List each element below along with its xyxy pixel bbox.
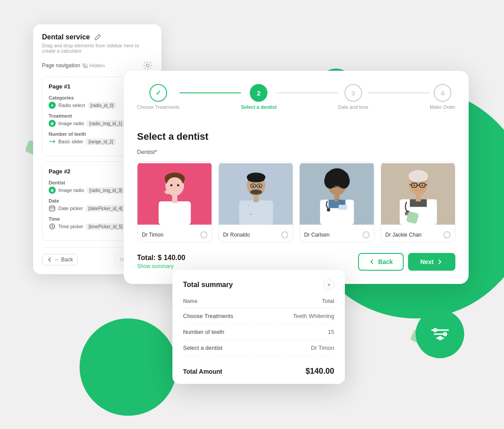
nav-row: Page navigation Hidden <box>42 61 153 70</box>
bg-blob-bottom-left <box>80 318 177 416</box>
slider-icon <box>49 138 56 145</box>
edit-icon[interactable] <box>94 33 102 41</box>
step-2: 2 Select a dentist <box>241 84 277 110</box>
col-name-header: Name <box>183 298 266 308</box>
svg-point-25 <box>250 189 262 194</box>
step-1-label: Choose Treatments <box>137 104 179 110</box>
panel-back-button[interactable]: ← Back <box>42 254 78 265</box>
panel-header: Dental service <box>42 33 153 41</box>
popup-title: Total summary <box>183 281 233 289</box>
row-treatments-name: Choose Treatments <box>183 308 266 324</box>
summary-table: Name Total Choose Treatments Teeth White… <box>183 298 334 356</box>
summary-total-row: Total Amount $140.00 <box>183 362 334 376</box>
dentist-card-ronaldo[interactable]: Dr Ronaldo <box>218 161 294 242</box>
step-1: ✓ Choose Treatments <box>137 84 179 110</box>
dentist-card-carlsen[interactable]: Dr Carlsen <box>299 161 374 242</box>
row-teeth-name: Number of teeth <box>183 324 266 340</box>
filter-icon-circle <box>416 310 464 358</box>
summary-total-label: Total Amount <box>183 368 222 375</box>
row-teeth-value: 15 <box>266 324 334 340</box>
timon-footer: Dr Timon <box>137 228 212 242</box>
summary-popup: Total summary × Name Total Choose Treatm… <box>172 270 345 384</box>
svg-point-41 <box>325 173 336 188</box>
ronaldo-name: Dr Ronaldo <box>223 232 250 238</box>
ronaldo-photo <box>219 162 293 226</box>
next-button[interactable]: Next <box>408 253 455 271</box>
panel-title: Dental service <box>42 33 90 41</box>
arrow-right-icon <box>437 259 443 265</box>
svg-point-56 <box>409 175 427 182</box>
svg-rect-15 <box>172 195 177 203</box>
total-text: Total: $ 140.00 <box>137 254 185 262</box>
panel-subtitle: Drag and drop elements from sidebar here… <box>42 43 153 54</box>
ronaldo-radio[interactable] <box>281 231 288 238</box>
jackie-footer: Dr Jackie Chan <box>381 228 455 242</box>
step-2-label: Select a dentist <box>241 104 277 110</box>
dentist-grid: Dr Timon <box>137 161 455 242</box>
gear-icon[interactable] <box>143 61 153 70</box>
arrow-left-icon <box>47 257 52 262</box>
action-buttons: Back Next <box>358 253 455 271</box>
step-4: 4 Make Order <box>430 84 455 110</box>
connector-3-4 <box>368 92 430 93</box>
step-4-label: Make Order <box>430 104 455 110</box>
row-treatments-value: Teeth Whitening <box>266 308 334 324</box>
timon-photo <box>137 162 212 226</box>
summary-total-value: $140.00 <box>305 367 334 376</box>
image-radio-icon: ◉ <box>49 120 56 127</box>
svg-rect-14 <box>159 201 191 225</box>
show-summary-link[interactable]: Show summary <box>137 263 174 269</box>
step-2-circle: 2 <box>250 84 267 102</box>
ronaldo-footer: Dr Ronaldo <box>219 228 293 242</box>
summary-row-treatments: Choose Treatments Teeth Whitening <box>183 308 334 324</box>
jackie-radio[interactable] <box>443 231 451 238</box>
svg-point-6 <box>146 64 149 67</box>
dentist-icon: ◉ <box>49 187 56 194</box>
summary-row-dentist: Select a dentist Dr Timon <box>183 340 334 356</box>
step-1-circle: ✓ <box>149 84 167 102</box>
row-dentist-value: Dr Timon <box>266 340 334 356</box>
col-total-header: Total <box>266 298 334 308</box>
popup-header: Total summary × <box>183 280 334 290</box>
total-area: Total: $ 140.00 Show summary <box>137 254 185 270</box>
steps-bar: ✓ Choose Treatments 2 Select a dentist 3… <box>137 84 455 119</box>
bottom-bar: Total: $ 140.00 Show summary Back Next <box>137 253 455 271</box>
main-calculator-panel: ✓ Choose Treatments 2 Select a dentist 3… <box>124 71 469 284</box>
svg-point-62 <box>413 184 415 186</box>
svg-point-42 <box>338 173 350 188</box>
svg-rect-48 <box>339 205 347 210</box>
summary-row-teeth: Number of teeth 15 <box>183 324 334 340</box>
svg-point-18 <box>177 184 179 186</box>
nav-label: Page navigation Hidden <box>42 62 105 69</box>
calendar-icon <box>49 205 56 212</box>
svg-rect-7 <box>50 206 55 211</box>
carlsen-photo <box>300 162 374 226</box>
section-title: Select a dentist <box>137 131 455 142</box>
eye-off-icon <box>82 63 88 69</box>
radio-icon: ● <box>49 102 56 109</box>
svg-point-30 <box>258 185 260 187</box>
clock-icon <box>49 223 56 230</box>
svg-point-16 <box>164 190 171 194</box>
dentist-card-jackie[interactable]: Dr Jackie Chan <box>381 161 456 242</box>
dentist-label: Dentist* <box>137 149 455 155</box>
svg-point-36 <box>327 208 330 212</box>
arrow-left-icon <box>369 259 375 265</box>
hidden-badge: Hidden <box>82 63 105 69</box>
carlsen-footer: Dr Carlsen <box>300 228 374 242</box>
step-3-circle: 3 <box>344 84 362 102</box>
carlsen-radio[interactable] <box>363 231 370 238</box>
svg-point-47 <box>339 184 341 186</box>
timon-name: Dr Timon <box>142 232 164 238</box>
step-3: 3 Date and time <box>338 84 368 110</box>
svg-rect-32 <box>240 206 272 214</box>
svg-point-29 <box>252 185 254 187</box>
dentist-card-timon[interactable]: Dr Timon <box>137 161 212 242</box>
connector-1-2 <box>179 92 241 93</box>
back-button[interactable]: Back <box>358 253 403 271</box>
svg-point-63 <box>421 184 423 186</box>
timon-radio[interactable] <box>200 231 207 238</box>
popup-close-button[interactable]: × <box>324 280 334 290</box>
carlsen-name: Dr Carlsen <box>304 232 329 238</box>
jackie-name: Dr Jackie Chan <box>386 232 422 238</box>
